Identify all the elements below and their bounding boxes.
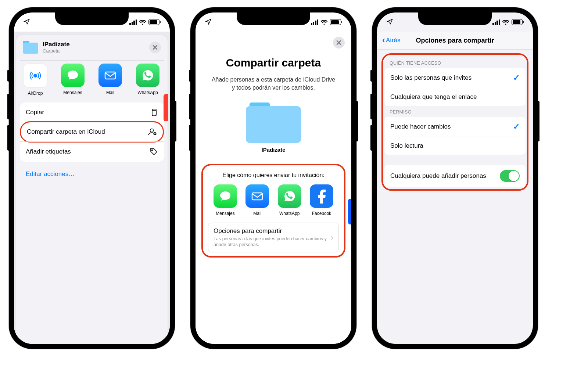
section-permission-header: PERMISO [384,106,526,117]
action-add-tags[interactable]: Añadir etiquetas [20,141,164,162]
svg-rect-6 [252,193,262,200]
toggle-on[interactable] [500,170,520,182]
page-subtitle: Añade personas a esta carpeta de iCloud … [209,76,337,92]
share-sheet: IPadizate Carpeta AirDrop [16,35,168,344]
section-access-header: QUIÉN TIENE ACCESO [384,57,526,68]
invite-app-facebook[interactable]: Facebook [306,184,337,216]
nav-title: Opciones para compartir [416,37,494,44]
chevron-right-icon: › [331,233,333,242]
wifi-icon [139,19,146,25]
checkmark-icon: ✓ [513,122,520,132]
location-icon [24,18,30,26]
battery-icon [330,19,341,25]
svg-rect-1 [105,72,115,79]
tag-icon [149,147,158,156]
cell-signal-icon [492,19,500,25]
perm-edit-row[interactable]: Puede hacer cambios ✓ [384,117,526,137]
location-icon [387,18,393,26]
whatsapp-icon [136,64,159,87]
phone-share-folder: Compartir carpeta Añade personas a esta … [190,7,356,349]
share-options-title: Opciones para compartir [214,227,331,235]
messages-icon [214,184,237,208]
invite-prompt: Elige cómo quieres enviar tu invitación: [208,172,339,179]
person-add-icon [147,128,157,136]
share-options-row[interactable]: Opciones para compartir Las personas a l… [208,223,339,253]
wifi-icon [502,19,509,25]
action-share-icloud[interactable]: Compartir carpeta en iCloud [20,121,164,143]
perm-read-row[interactable]: Solo lectura [384,137,526,155]
mail-icon [98,64,122,87]
action-copy[interactable]: Copiar [20,102,164,122]
folder-name: IPadizate [201,147,345,153]
wifi-icon [320,19,328,25]
page-title: Compartir carpeta [201,57,345,69]
checkmark-icon: ✓ [513,73,520,83]
share-title: IPadizate [43,40,145,48]
mail-icon [245,184,269,208]
share-app-whatsapp[interactable]: WhatsApp [135,64,161,96]
svg-point-0 [33,74,37,78]
nav-bar: ‹ Atrás Opciones para compartir [377,32,533,50]
battery-icon [148,19,159,25]
close-button[interactable] [333,37,345,48]
share-subtitle: Carpeta [43,48,145,54]
cell-signal-icon [311,19,318,25]
anyone-can-add-row[interactable]: Cualquiera puede añadir personas [384,165,526,187]
messages-icon [61,64,85,87]
phone-share-options: ‹ Atrás Opciones para compartir QUIÉN TI… [372,7,538,349]
actions-card: Copiar Compartir carpeta en iCloud Añadi… [20,102,164,162]
share-options-subtitle: Las personas a las que invites pueden ha… [214,236,331,248]
invite-app-whatsapp[interactable]: WhatsApp [275,184,305,216]
facebook-icon [310,184,333,208]
folder-icon [23,41,38,54]
invite-highlight-panel: Elige cómo quieres enviar tu invitación:… [201,164,345,258]
folder-icon [246,102,301,143]
svg-point-5 [152,150,153,151]
phone-share-sheet: IPadizate Carpeta AirDrop [9,7,175,349]
close-button[interactable] [149,42,161,53]
location-icon [205,18,212,26]
edit-actions-link[interactable]: Editar acciones… [20,165,164,178]
share-app-airdrop[interactable]: AirDrop [22,64,49,96]
access-anyone-link-row[interactable]: Cualquiera que tenga el enlace [384,88,526,106]
invite-app-messages[interactable]: Mensajes [210,184,240,216]
airdrop-icon [23,64,47,88]
share-app-messages[interactable]: Mensajes [60,64,86,96]
cell-signal-icon [129,19,137,25]
next-app-peek [164,94,168,121]
svg-point-3 [150,129,154,132]
whatsapp-icon [278,184,301,208]
options-highlight-panel: QUIÉN TIENE ACCESO Solo las personas que… [381,53,528,191]
back-button[interactable]: ‹ Atrás [382,36,401,44]
share-app-mail[interactable]: Mail [97,64,123,96]
invite-app-mail[interactable]: Mail [242,184,272,216]
copy-icon [149,108,158,117]
battery-icon [512,19,523,25]
chevron-left-icon: ‹ [382,36,385,44]
next-app-peek [348,199,351,224]
access-invited-row[interactable]: Solo las personas que invites ✓ [384,68,526,88]
